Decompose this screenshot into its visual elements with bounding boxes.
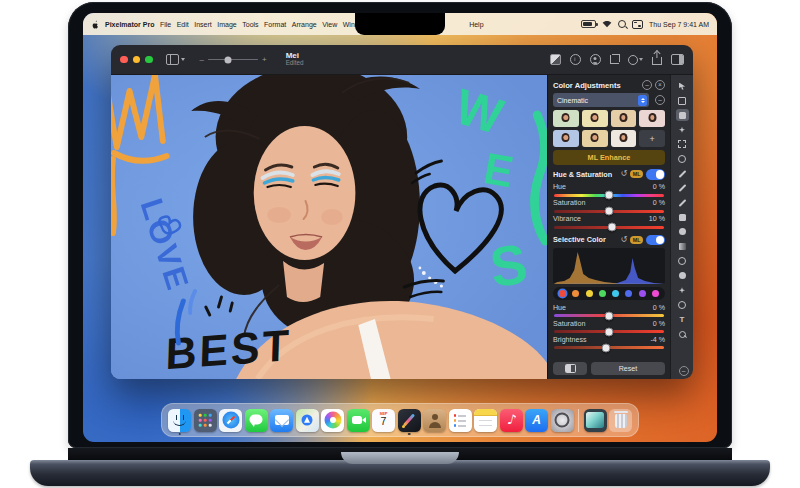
slider-thumb[interactable] bbox=[608, 223, 617, 232]
tool-pixel-pen[interactable] bbox=[676, 197, 689, 209]
dock-item-photos[interactable] bbox=[321, 409, 344, 432]
dock-item-launchpad[interactable] bbox=[194, 409, 217, 432]
color-swatch[interactable] bbox=[559, 290, 566, 297]
preset-thumbnail[interactable] bbox=[611, 110, 637, 127]
tool-gradient[interactable] bbox=[676, 241, 689, 253]
preset-dropdown[interactable]: Cinematic bbox=[553, 93, 649, 107]
dock-item-system-settings[interactable] bbox=[551, 409, 574, 432]
tool-color-adjustments[interactable] bbox=[676, 109, 689, 121]
wifi-icon[interactable] bbox=[602, 20, 612, 28]
sidebar-toggle-button[interactable] bbox=[166, 54, 185, 65]
window-titlebar[interactable]: – + Mei Edited i bbox=[111, 45, 693, 75]
zoom-control[interactable]: – + bbox=[200, 55, 267, 64]
zoom-slider-thumb[interactable] bbox=[224, 56, 231, 63]
dock-item-screenshot[interactable] bbox=[584, 409, 607, 432]
color-swatch[interactable] bbox=[652, 290, 659, 297]
info-icon[interactable]: i bbox=[570, 54, 581, 65]
dock-item-calendar[interactable]: Sep7 bbox=[372, 409, 395, 432]
tool-lasso[interactable] bbox=[676, 153, 689, 165]
dock-item-app-store[interactable]: A bbox=[525, 409, 548, 432]
slider-track[interactable] bbox=[554, 194, 664, 197]
dock-item-mail[interactable] bbox=[270, 409, 293, 432]
tool-eraser[interactable] bbox=[676, 211, 689, 223]
preset-thumbnail[interactable] bbox=[582, 130, 608, 147]
preset-thumbnail[interactable] bbox=[582, 110, 608, 127]
color-swatch[interactable] bbox=[599, 290, 606, 297]
tool-sharpen[interactable] bbox=[676, 284, 689, 296]
apple-menu-icon[interactable] bbox=[91, 20, 99, 29]
menu-item-view[interactable]: View bbox=[322, 21, 337, 28]
tool-marquee[interactable] bbox=[676, 138, 689, 150]
section-toggle[interactable] bbox=[646, 235, 665, 246]
shapes-icon[interactable] bbox=[628, 55, 644, 65]
menu-item-arrange[interactable]: Arrange bbox=[292, 21, 317, 28]
slider-track[interactable] bbox=[554, 346, 664, 349]
compare-button[interactable] bbox=[553, 362, 587, 375]
tool-paint[interactable] bbox=[676, 182, 689, 194]
reset-section-icon[interactable]: ↺ bbox=[621, 236, 628, 244]
tool-clone[interactable] bbox=[676, 270, 689, 282]
menu-item-file[interactable]: File bbox=[160, 21, 171, 28]
tool-effects[interactable] bbox=[676, 124, 689, 136]
zoom-in-icon[interactable]: + bbox=[262, 55, 267, 64]
menu-item-edit[interactable]: Edit bbox=[177, 21, 189, 28]
color-swatch[interactable] bbox=[639, 290, 646, 297]
ml-enhance-button[interactable]: ML Enhance bbox=[553, 150, 665, 165]
tool-fill[interactable] bbox=[676, 226, 689, 238]
remove-preset-icon[interactable]: – bbox=[655, 95, 665, 105]
dock-item-reminders[interactable] bbox=[449, 409, 472, 432]
dock-item-pixelmator-pro[interactable] bbox=[398, 409, 421, 432]
slider-thumb[interactable] bbox=[601, 343, 610, 352]
slider-track[interactable] bbox=[554, 330, 664, 333]
close-panel-icon[interactable]: × bbox=[655, 80, 665, 90]
menu-item-format[interactable]: Format bbox=[264, 21, 286, 28]
remove-adjustment-icon[interactable]: – bbox=[642, 80, 652, 90]
tool-magic-wand[interactable] bbox=[676, 168, 689, 180]
menu-item-help[interactable]: Help bbox=[469, 21, 483, 28]
portrait-icon[interactable] bbox=[590, 54, 601, 65]
slider-track[interactable] bbox=[554, 226, 664, 229]
dock-item-music[interactable]: ♪ bbox=[500, 409, 523, 432]
close-button[interactable] bbox=[120, 56, 128, 64]
preset-thumbnail[interactable] bbox=[553, 110, 579, 127]
share-icon[interactable] bbox=[652, 57, 662, 65]
dock-item-finder[interactable] bbox=[168, 409, 191, 432]
tool-shapes[interactable] bbox=[676, 299, 689, 311]
dock-item-maps[interactable] bbox=[296, 409, 319, 432]
photo-canvas[interactable]: W E S bbox=[111, 75, 547, 379]
remove-tool-icon[interactable]: – bbox=[679, 366, 689, 376]
dock-item-facetime[interactable] bbox=[347, 409, 370, 432]
preset-thumbnail[interactable] bbox=[639, 110, 665, 127]
battery-icon[interactable] bbox=[581, 20, 596, 28]
slider-thumb[interactable] bbox=[605, 191, 614, 200]
ml-badge[interactable]: ML bbox=[630, 170, 643, 178]
menu-item-insert[interactable]: Insert bbox=[194, 21, 212, 28]
control-center-icon[interactable] bbox=[632, 20, 643, 29]
zoom-out-icon[interactable]: – bbox=[200, 55, 204, 64]
minimize-button[interactable] bbox=[133, 56, 141, 64]
slider-track[interactable] bbox=[554, 314, 664, 317]
slider-thumb[interactable] bbox=[605, 327, 614, 336]
preset-thumbnail[interactable] bbox=[611, 130, 637, 147]
slider-thumb[interactable] bbox=[605, 207, 614, 216]
dock-item-notes[interactable] bbox=[474, 409, 497, 432]
crop-icon[interactable] bbox=[610, 55, 619, 64]
tool-retouch[interactable] bbox=[676, 255, 689, 267]
tool-zoom[interactable] bbox=[676, 328, 689, 340]
slider-track[interactable] bbox=[554, 210, 664, 213]
section-toggle[interactable] bbox=[646, 169, 665, 180]
reset-section-icon[interactable]: ↺ bbox=[621, 170, 628, 178]
color-swatch[interactable] bbox=[625, 290, 632, 297]
menu-item-tools[interactable]: Tools bbox=[242, 21, 258, 28]
slider-thumb[interactable] bbox=[605, 311, 614, 320]
color-swatch[interactable] bbox=[612, 290, 619, 297]
stepper-icon[interactable] bbox=[638, 95, 647, 106]
color-well-icon[interactable] bbox=[550, 54, 561, 65]
zoom-slider[interactable] bbox=[208, 59, 258, 61]
panel-sidebar-icon[interactable] bbox=[671, 54, 684, 65]
dock-item-safari[interactable] bbox=[219, 409, 242, 432]
tool-type[interactable]: T bbox=[676, 314, 689, 326]
dock-item-contacts[interactable] bbox=[423, 409, 446, 432]
search-icon[interactable] bbox=[618, 20, 626, 28]
reset-button[interactable]: Reset bbox=[591, 362, 665, 375]
